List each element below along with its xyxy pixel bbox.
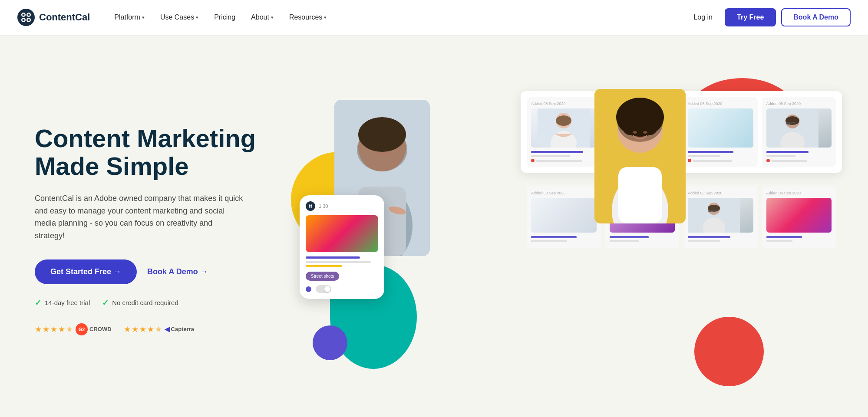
dash-card-img-4 xyxy=(766,108,832,148)
bar-gray-8 xyxy=(772,160,808,162)
star-1: ★ xyxy=(124,325,131,334)
dash-card-date: Added 08 Sep 2020 xyxy=(531,102,597,106)
svg-point-39 xyxy=(617,105,663,142)
hero-title: Content Marketing Made Simple xyxy=(35,125,261,180)
person-right-image xyxy=(594,89,686,223)
svg-point-44 xyxy=(309,204,310,206)
nav-pricing[interactable]: Pricing xyxy=(207,10,242,25)
phone-time: 1:30 xyxy=(319,204,328,209)
g2-label: CROWD xyxy=(89,326,112,332)
capterra-logo: ◀ Capterra xyxy=(165,325,194,333)
hero-perks: ✓ 14-day free trial ✓ No credit card req… xyxy=(35,298,261,308)
phone-bar-3 xyxy=(306,265,342,267)
nav-about[interactable]: About ▾ xyxy=(244,10,281,25)
get-started-button[interactable]: Get Started Free → xyxy=(35,259,137,284)
phone-bar-2 xyxy=(306,261,371,263)
perk-no-card: ✓ No credit card required xyxy=(102,298,178,308)
capterra-stars: ★ ★ ★ ★ ★ xyxy=(124,325,162,334)
chevron-down-icon: ▾ xyxy=(142,15,145,20)
card-meta xyxy=(531,159,597,162)
check-icon: ✓ xyxy=(102,298,109,308)
g2-badge: G2 CROWD xyxy=(76,323,112,335)
blob-red-bottom xyxy=(694,317,764,386)
chevron-down-icon: ▾ xyxy=(324,15,327,20)
phone-toggle[interactable] xyxy=(316,285,331,293)
capterra-rating: ★ ★ ★ ★ ★ ◀ Capterra xyxy=(124,325,194,334)
nav-links: Platform ▾ Use Cases ▾ Pricing About ▾ R… xyxy=(107,10,686,25)
dash-card-date-3: Added 08 Sep 2020 xyxy=(688,102,753,106)
capterra-label: Capterra xyxy=(171,326,194,332)
dash-card-r2-1: Added 08 Sep 2020 xyxy=(527,187,601,248)
man-card-svg xyxy=(766,108,818,148)
card-meta-4 xyxy=(766,159,832,162)
nav-platform[interactable]: Platform ▾ xyxy=(107,10,152,25)
svg-point-0 xyxy=(17,9,35,26)
star-1: ★ xyxy=(35,325,42,334)
nav-use-cases[interactable]: Use Cases ▾ xyxy=(153,10,205,25)
svg-point-7 xyxy=(23,19,25,21)
phone-dot-icon xyxy=(306,286,311,292)
svg-point-42 xyxy=(633,131,637,134)
chevron-down-icon: ▾ xyxy=(271,15,274,20)
svg-point-5 xyxy=(23,14,25,16)
perk-trial: ✓ 14-day free trial xyxy=(35,298,90,308)
dash-card-1: Added 08 Sep 2020 xyxy=(527,97,601,167)
star-3: ★ xyxy=(50,325,57,334)
svg-point-19 xyxy=(556,115,571,126)
login-button[interactable]: Log in xyxy=(686,10,719,25)
star-2: ★ xyxy=(132,325,139,334)
ratings-row: ★ ★ ★ ★ ★ G2 CROWD ★ ★ ★ ★ ★ xyxy=(35,323,261,335)
chevron-down-icon: ▾ xyxy=(196,15,198,20)
star-half: ★ xyxy=(66,325,73,334)
g2-stars: ★ ★ ★ ★ ★ xyxy=(35,325,73,334)
dash-card-img-3 xyxy=(688,108,753,148)
g2-logo-icon: G2 xyxy=(76,323,88,335)
star-4: ★ xyxy=(58,325,65,334)
dash-card-r2-3: Added 08 Sep 2020 xyxy=(683,187,758,248)
hero-section: Content Marketing Made Simple ContentCal… xyxy=(0,35,868,417)
svg-point-43 xyxy=(643,131,647,134)
phone-mockup: 1:30 Street shots xyxy=(300,195,384,299)
brand-name: ContentCal xyxy=(39,12,90,23)
svg-point-6 xyxy=(28,14,30,16)
blob-purple xyxy=(313,325,347,360)
book-demo-button-nav[interactable]: Book A Demo xyxy=(781,8,851,26)
dash-card-3: Added 08 Sep 2020 xyxy=(683,97,758,167)
phone-header: 1:30 xyxy=(306,201,378,211)
bar-purple xyxy=(531,151,583,153)
phone-tag-badge: Street shots xyxy=(306,272,339,281)
logo-link[interactable]: ContentCal xyxy=(17,9,90,26)
bar-gray-6 xyxy=(693,160,732,162)
bar-purple-3 xyxy=(688,151,733,153)
g2-rating: ★ ★ ★ ★ ★ G2 CROWD xyxy=(35,323,112,335)
card-meta-3 xyxy=(688,159,753,162)
dash-card-img-1 xyxy=(531,108,597,148)
svg-point-8 xyxy=(28,19,30,21)
hero-description: ContentCal is an Adobe owned company tha… xyxy=(35,192,243,242)
star-2: ★ xyxy=(43,325,50,334)
svg-point-46 xyxy=(309,206,310,208)
bar-gray-5 xyxy=(688,155,720,157)
svg-rect-41 xyxy=(618,167,662,223)
hero-left-content: Content Marketing Made Simple ContentCal… xyxy=(35,125,261,335)
book-demo-link[interactable]: Book A Demo → xyxy=(147,267,208,276)
try-free-button[interactable]: Try Free xyxy=(725,8,776,26)
phone-bar-1 xyxy=(306,256,360,259)
nav-resources[interactable]: Resources ▾ xyxy=(282,10,333,25)
phone-toggle-row xyxy=(306,285,378,293)
capterra-arrow-icon: ◀ xyxy=(165,325,170,333)
svg-point-13 xyxy=(357,128,407,171)
person-right-svg xyxy=(594,89,686,223)
dot-red xyxy=(531,159,535,162)
check-icon: ✓ xyxy=(35,298,41,308)
phone-app-icon xyxy=(306,201,315,211)
dash-card-date-4: Added 08 Sep 2020 xyxy=(766,102,832,106)
dot-red-4 xyxy=(766,159,770,162)
bar-purple-4 xyxy=(766,151,809,153)
svg-point-30 xyxy=(708,205,720,212)
bar-gray-2 xyxy=(536,160,582,162)
svg-point-45 xyxy=(310,204,312,206)
svg-point-47 xyxy=(310,206,312,208)
star-half: ★ xyxy=(155,325,162,334)
star-3: ★ xyxy=(139,325,146,334)
